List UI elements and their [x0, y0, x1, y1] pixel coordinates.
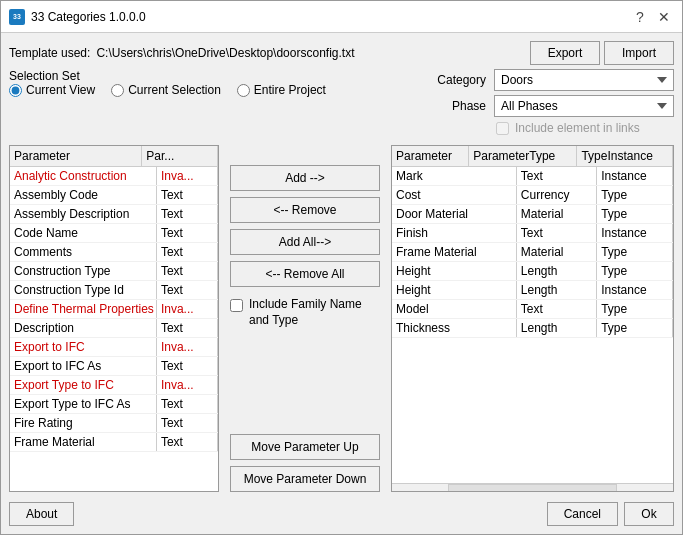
cancel-button[interactable]: Cancel [547, 502, 618, 526]
left-param-name: Export Type to IFC [10, 376, 156, 395]
include-links-row: Include element in links [436, 121, 640, 135]
current-view-label: Current View [26, 83, 95, 97]
left-table-row[interactable]: Export to IFCInva... [10, 338, 218, 357]
right-param-instance: Type [597, 243, 673, 262]
right-table-row[interactable]: FinishTextInstance [392, 224, 673, 243]
right-param-name: Model [392, 300, 516, 319]
include-links-checkbox[interactable] [496, 122, 509, 135]
left-param-type: Text [156, 262, 217, 281]
right-table-row[interactable]: Door MaterialMaterialType [392, 205, 673, 224]
entire-project-label: Entire Project [254, 83, 326, 97]
bottom-row: About Cancel Ok [9, 498, 674, 526]
left-param-name: Export to IFC [10, 338, 156, 357]
left-param-type: Text [156, 186, 217, 205]
current-selection-label: Current Selection [128, 83, 221, 97]
export-button[interactable]: Export [530, 41, 600, 65]
left-table-row[interactable]: Construction Type IdText [10, 281, 218, 300]
category-row: Category Doors [436, 69, 674, 91]
param-type-col-header: Par... [142, 146, 218, 167]
left-param-type: Text [156, 243, 217, 262]
left-table-row[interactable]: Export to IFC AsText [10, 357, 218, 376]
right-param-instance: Type [597, 186, 673, 205]
radio-current-view[interactable]: Current View [9, 83, 95, 97]
right-param-type: Currency [516, 186, 596, 205]
remove-all-button[interactable]: <-- Remove All [230, 261, 380, 287]
category-dropdown[interactable]: Doors [494, 69, 674, 91]
left-param-type: Text [156, 414, 217, 433]
right-table-row[interactable]: HeightLengthInstance [392, 281, 673, 300]
left-table-row[interactable]: Define Thermal Properties byInva... [10, 300, 218, 319]
left-scroll[interactable]: Analytic ConstructionInva...Assembly Cod… [10, 167, 218, 491]
right-panel: Parameter ParameterType TypeInstance Mar… [391, 145, 674, 492]
radio-group: Current View Current Selection Entire Pr… [9, 83, 326, 97]
right-param-type: Material [516, 243, 596, 262]
right-table-row[interactable]: MarkTextInstance [392, 167, 673, 186]
right-param-name: Thickness [392, 319, 516, 338]
right-table-row[interactable]: ThicknessLengthType [392, 319, 673, 338]
left-param-type: Inva... [156, 376, 217, 395]
parameter-table: Parameter Par... [10, 146, 218, 167]
left-param-name: Fire Rating [10, 414, 156, 433]
left-param-type: Inva... [156, 300, 217, 319]
right-param-name: Frame Material [392, 243, 516, 262]
move-buttons: Move Parameter Up Move Parameter Down [230, 434, 380, 492]
left-table-row[interactable]: DescriptionText [10, 319, 218, 338]
right-scroll[interactable]: MarkTextInstanceCostCurrencyTypeDoor Mat… [392, 167, 673, 483]
left-table-row[interactable]: Analytic ConstructionInva... [10, 167, 218, 186]
left-panel: Parameter Par... Analytic ConstructionIn… [9, 145, 219, 492]
add-button[interactable]: Add --> [230, 165, 380, 191]
left-param-name: Code Name [10, 224, 156, 243]
horizontal-scrollbar[interactable] [392, 483, 673, 491]
include-family-checkbox[interactable] [230, 299, 243, 312]
left-table-row[interactable]: Code NameText [10, 224, 218, 243]
remove-button[interactable]: <-- Remove [230, 197, 380, 223]
left-param-name: Export to IFC As [10, 357, 156, 376]
left-table-row[interactable]: Export Type to IFCInva... [10, 376, 218, 395]
move-down-button[interactable]: Move Parameter Down [230, 466, 380, 492]
app-icon: 33 [9, 9, 25, 25]
close-button[interactable]: ✕ [654, 7, 674, 27]
add-all-button[interactable]: Add All--> [230, 229, 380, 255]
left-param-name: Frame Material [10, 433, 156, 452]
selection-set-section: Selection Set Current View Current Selec… [9, 69, 326, 97]
right-instance-header: TypeInstance [577, 146, 673, 167]
left-table-row[interactable]: Construction TypeText [10, 262, 218, 281]
left-param-name: Construction Type Id [10, 281, 156, 300]
right-param-instance: Instance [597, 167, 673, 186]
right-table-row[interactable]: HeightLengthType [392, 262, 673, 281]
left-table-row[interactable]: Assembly DescriptionText [10, 205, 218, 224]
right-param-instance: Instance [597, 281, 673, 300]
right-param-type: Material [516, 205, 596, 224]
right-table-row[interactable]: ModelTextType [392, 300, 673, 319]
right-param-instance: Type [597, 300, 673, 319]
include-links-label: Include element in links [515, 121, 640, 135]
left-table-row[interactable]: Frame MaterialText [10, 433, 218, 452]
left-table-row[interactable]: Assembly CodeText [10, 186, 218, 205]
left-param-type: Text [156, 357, 217, 376]
left-table-row[interactable]: Fire RatingText [10, 414, 218, 433]
right-param-name: Height [392, 262, 516, 281]
import-button[interactable]: Import [604, 41, 674, 65]
left-param-type: Inva... [156, 338, 217, 357]
category-label: Category [436, 73, 486, 87]
right-data-table: MarkTextInstanceCostCurrencyTypeDoor Mat… [392, 167, 673, 338]
left-param-name: Export Type to IFC As [10, 395, 156, 414]
left-table-row[interactable]: CommentsText [10, 243, 218, 262]
about-button[interactable]: About [9, 502, 74, 526]
right-param-type: Length [516, 262, 596, 281]
right-table-row[interactable]: Frame MaterialMaterialType [392, 243, 673, 262]
phase-dropdown[interactable]: All Phases [494, 95, 674, 117]
move-up-button[interactable]: Move Parameter Up [230, 434, 380, 460]
radio-current-selection[interactable]: Current Selection [111, 83, 221, 97]
main-window: 33 33 Categories 1.0.0.0 ? ✕ Template us… [0, 0, 683, 535]
template-path: C:\Users\chris\OneDrive\Desktop\doorscon… [96, 46, 354, 60]
help-button[interactable]: ? [630, 7, 650, 27]
ok-button[interactable]: Ok [624, 502, 674, 526]
right-param-name: Door Material [392, 205, 516, 224]
window-title: 33 Categories 1.0.0.0 [31, 10, 146, 24]
left-table-row[interactable]: Export Type to IFC AsText [10, 395, 218, 414]
right-table-row[interactable]: CostCurrencyType [392, 186, 673, 205]
radio-entire-project[interactable]: Entire Project [237, 83, 326, 97]
main-area: Parameter Par... Analytic ConstructionIn… [9, 145, 674, 492]
left-param-name: Define Thermal Properties by [10, 300, 156, 319]
